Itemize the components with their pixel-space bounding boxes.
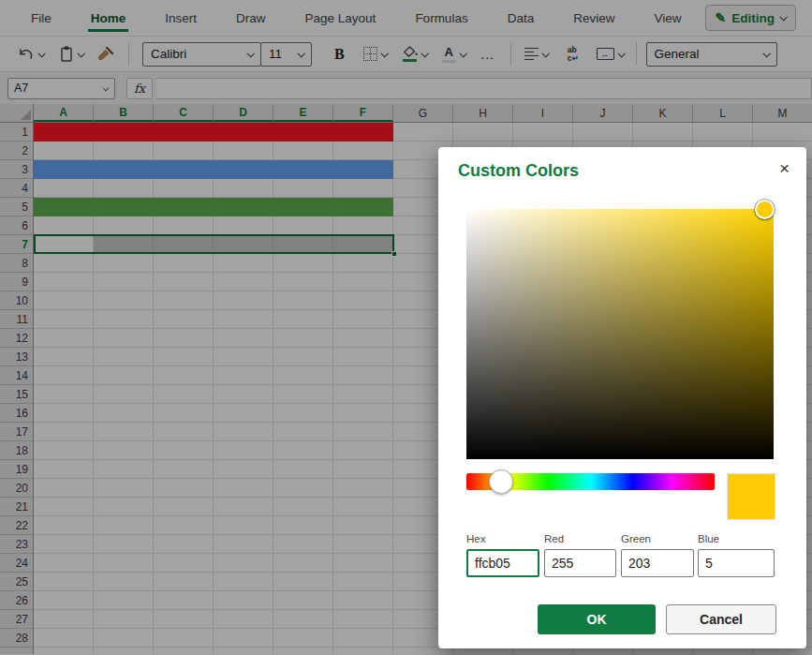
saturation-value-picker[interactable]	[466, 209, 774, 459]
hue-slider-thumb[interactable]	[489, 469, 513, 494]
hex-label: Hex	[466, 533, 539, 544]
selected-color-swatch	[727, 473, 775, 520]
close-icon[interactable]: ×	[775, 155, 793, 183]
green-input[interactable]	[621, 549, 694, 577]
dialog-title: Custom Colors	[458, 161, 579, 181]
blue-label: Blue	[698, 533, 775, 544]
excel-web-app: FileHomeInsertDrawPage LayoutFormulasDat…	[0, 0, 812, 655]
ok-button[interactable]: OK	[538, 604, 656, 634]
green-field-group: Green	[621, 533, 694, 577]
cancel-button[interactable]: Cancel	[666, 604, 776, 634]
custom-colors-dialog: Custom Colors × HexRedGreenBlue OK Cance…	[438, 147, 806, 648]
color-picker-thumb[interactable]	[755, 200, 775, 219]
red-input[interactable]	[544, 549, 616, 577]
blue-field-group: Blue	[698, 533, 775, 577]
red-label: Red	[544, 533, 616, 544]
blue-input[interactable]	[698, 549, 775, 577]
hex-field-group: Hex	[466, 533, 539, 577]
hex-input[interactable]	[466, 549, 539, 577]
red-field-group: Red	[544, 533, 616, 577]
green-label: Green	[621, 533, 694, 544]
